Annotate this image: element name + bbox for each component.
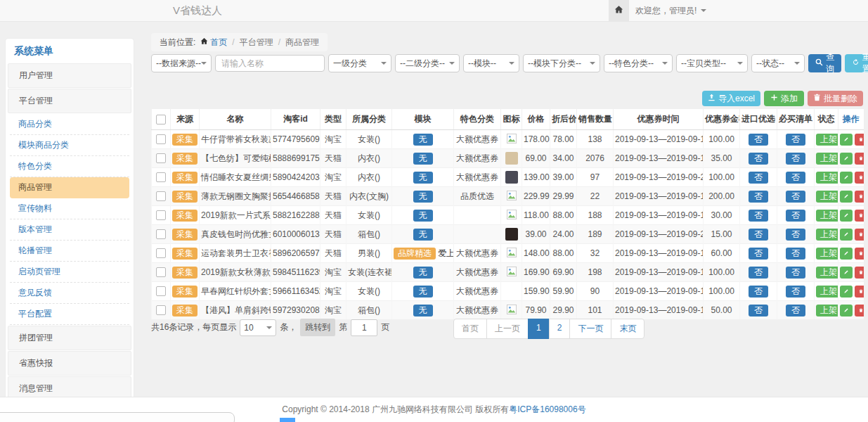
edit-button[interactable] [840,305,853,316]
status-button[interactable]: 上架 [816,248,838,260]
add-button[interactable]: 添加 [764,91,804,106]
sidebar-item-8[interactable]: 轮播管理 [10,241,129,262]
delete-button[interactable] [855,153,864,165]
must-buy-toggle[interactable]: 否 [786,134,805,146]
row-checkbox[interactable] [156,153,166,163]
edit-button[interactable] [840,286,853,298]
row-checkbox[interactable] [156,248,166,258]
row-checkbox[interactable] [156,267,166,277]
page-size-select[interactable]: 10 [240,319,276,336]
edit-button[interactable] [840,210,853,222]
delete-button[interactable] [855,305,864,316]
select-all-checkbox[interactable] [156,115,166,124]
pagination-page-1[interactable]: 1 [528,319,550,339]
pagination-prev[interactable]: 上一页 [486,319,529,339]
batch-delete-button[interactable]: 批量删除 [808,91,863,106]
status-button[interactable]: 上架 [816,286,838,298]
delete-button[interactable] [855,248,864,260]
edit-button[interactable] [840,191,853,203]
import-select-toggle[interactable]: 否 [749,153,768,165]
import-select-toggle[interactable]: 否 [749,134,768,146]
status-button[interactable]: 上架 [816,134,838,146]
import-select-toggle[interactable]: 否 [749,210,768,222]
sidebar-item-4[interactable]: 特色分类 [10,156,129,177]
sidebar-item-13[interactable]: 省惠快报 [8,351,131,376]
import-select-toggle[interactable]: 否 [749,172,768,184]
sidebar-item-2[interactable]: 商品分类 [10,114,129,135]
breadcrumb-item-goods[interactable]: 商品管理 [285,37,319,49]
edit-button[interactable] [840,153,853,165]
sidebar-item-11[interactable]: 平台配置 [10,304,129,325]
status-button[interactable]: 上架 [816,172,838,184]
import-select-toggle[interactable]: 否 [749,229,768,241]
import-select-toggle[interactable]: 否 [749,248,768,260]
search-button[interactable]: 查询 [808,54,841,72]
row-checkbox[interactable] [156,191,166,201]
row-checkbox[interactable] [156,210,166,220]
filter-select-0[interactable]: --数据来源-- [151,54,212,72]
edit-button[interactable] [840,267,853,279]
must-buy-toggle[interactable]: 否 [786,191,805,203]
edit-button[interactable] [840,134,853,146]
status-button[interactable]: 上架 [816,305,838,316]
pagination-next[interactable]: 下一页 [569,319,611,339]
status-button[interactable]: 上架 [816,191,838,203]
pagination-page-2[interactable]: 2 [549,319,571,339]
status-button[interactable]: 上架 [816,153,838,165]
row-checkbox[interactable] [156,172,166,182]
pagination-last[interactable]: 末页 [611,319,644,339]
edit-button[interactable] [840,229,853,241]
filter-select-2[interactable]: --二级分类-- [395,54,460,72]
filter-select-7[interactable]: --状态-- [751,54,805,72]
delete-button[interactable] [855,134,864,146]
sidebar-item-1[interactable]: 平台管理 [8,89,131,113]
must-buy-toggle[interactable]: 否 [786,229,805,241]
pagination-first[interactable]: 首页 [453,319,487,339]
row-checkbox[interactable] [156,305,166,315]
page-jump-input[interactable] [351,319,377,336]
must-buy-toggle[interactable]: 否 [786,153,805,165]
delete-button[interactable] [855,191,864,203]
delete-button[interactable] [855,229,864,241]
breadcrumb-home[interactable]: 首页 [200,37,227,49]
filter-select-3[interactable]: --模块-- [463,54,519,72]
delete-button[interactable] [855,286,864,298]
status-button[interactable]: 上架 [816,267,838,279]
import-excel-button[interactable]: 导入excel [702,91,760,106]
reset-button[interactable]: 重置 [845,54,868,72]
row-checkbox[interactable] [156,286,166,296]
status-button[interactable]: 上架 [816,210,838,222]
sidebar-item-0[interactable]: 用户管理 [8,63,131,88]
icp-link[interactable]: 粤ICP备16098006号 [509,404,585,416]
edit-button[interactable] [840,248,853,260]
edit-button[interactable] [840,172,853,184]
sidebar-item-3[interactable]: 模块商品分类 [10,135,129,156]
must-buy-toggle[interactable]: 否 [786,248,805,260]
delete-button[interactable] [855,267,864,279]
sidebar-item-10[interactable]: 意见反馈 [10,283,129,304]
sidebar-item-6[interactable]: 宣传物料 [10,198,129,219]
import-select-toggle[interactable]: 否 [749,191,768,203]
user-menu[interactable]: 欢迎您，管理员! [635,0,706,21]
sidebar-item-7[interactable]: 版本管理 [10,219,129,241]
row-checkbox[interactable] [156,134,166,144]
row-checkbox[interactable] [156,229,166,239]
must-buy-toggle[interactable]: 否 [786,267,805,279]
must-buy-toggle[interactable]: 否 [786,305,805,316]
delete-button[interactable] [855,172,864,184]
filter-select-1[interactable]: 一级分类 [328,54,391,72]
import-select-toggle[interactable]: 否 [749,286,768,298]
sidebar-item-12[interactable]: 拼团管理 [8,326,131,350]
filter-select-5[interactable]: --特色分类-- [604,54,673,72]
must-buy-toggle[interactable]: 否 [786,172,805,184]
breadcrumb-item-platform[interactable]: 平台管理 [240,37,273,49]
import-select-toggle[interactable]: 否 [749,305,768,316]
delete-button[interactable] [855,210,864,222]
name-search-input[interactable] [215,55,325,72]
must-buy-toggle[interactable]: 否 [786,286,805,298]
sidebar-item-5[interactable]: 商品管理 [10,177,129,198]
filter-select-6[interactable]: --宝贝类型-- [676,54,748,72]
import-select-toggle[interactable]: 否 [749,267,768,279]
sidebar-item-9[interactable]: 启动页管理 [10,262,129,283]
must-buy-toggle[interactable]: 否 [786,210,805,222]
